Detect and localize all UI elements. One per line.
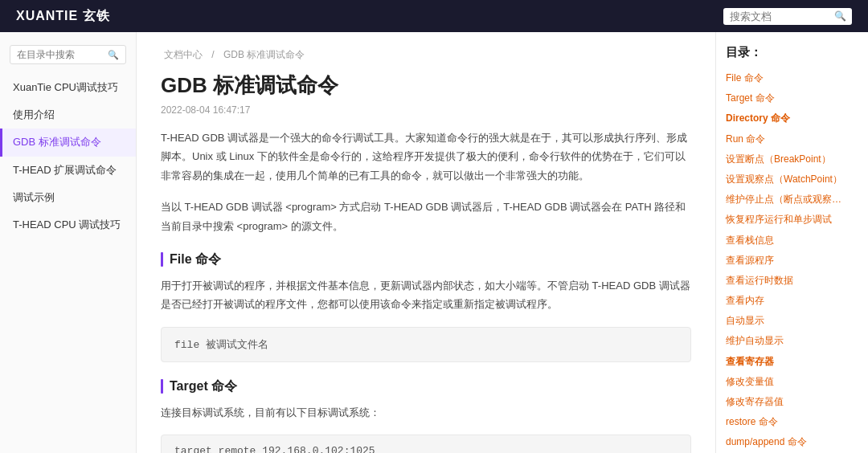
sidebar: 🔍 XuanTie CPU调试技巧 使用介绍 GDB 标准调试命令 T-HEAD… [0,32,137,453]
page-title: GDB 标准调试命令 [161,71,691,100]
toc-item-15[interactable]: 修改变量值 [726,372,850,392]
header-search-icon: 🔍 [834,10,846,22]
toc-item-16[interactable]: 修改寄存器值 [726,392,850,412]
intro-paragraph: T-HEAD GDB 调试器是一个强大的命令行调试工具。大家知道命令行的强大就是… [161,129,691,185]
breadcrumb-part-1: 文档中心 [164,49,203,60]
toc-item-8[interactable]: 查看栈信息 [726,231,850,251]
breadcrumb: 文档中心 / GDB 标准调试命令 [161,48,691,62]
sidebar-item-thead-cpu[interactable]: T-HEAD CPU 调试技巧 [0,211,136,239]
sidebar-item-debug-examples[interactable]: 调试示例 [0,184,136,211]
sidebar-item-xuantie-cpu[interactable]: XuanTie CPU调试技巧 [0,74,136,101]
toc-sidebar: 目录： File 命令 Target 命令 Directory 命令 Run 命… [715,32,860,453]
code-block-1: file 被调试文件名 [161,327,691,362]
sidebar-item-usage[interactable]: 使用介绍 [0,101,136,129]
page-date: 2022-08-04 16:47:17 [161,104,691,116]
toc-item-10[interactable]: 查看运行时数据 [726,271,850,291]
toc-item-7[interactable]: 恢复程序运行和单步调试 [726,210,850,230]
sidebar-item-thead-ext[interactable]: T-HEAD 扩展调试命令 [0,157,136,184]
toc-item-3[interactable]: Run 命令 [726,129,850,149]
header-search-input[interactable] [730,10,834,22]
code-block-2: target remote 192.168.0.102:1025 [161,435,691,453]
section2-heading: Target 命令 [161,378,691,395]
sidebar-search-box[interactable]: 🔍 [10,45,126,64]
toc-item-5[interactable]: 设置观察点（WatchPoint） [726,169,850,190]
header-search-box[interactable]: 🔍 [723,8,852,25]
section1-heading: File 命令 [161,251,691,268]
logo: XUANTIE 玄铁 [16,8,110,25]
toc-item-9[interactable]: 查看源程序 [726,251,850,271]
toc-item-2[interactable]: Directory 命令 [726,108,850,129]
intro-paragraph-2: 当以 T-HEAD GDB 调试器 <program> 方式启动 T-HEAD … [161,198,691,235]
toc-item-14[interactable]: 查看寄存器 [726,352,850,372]
toc-item-0[interactable]: File 命令 [726,68,850,88]
toc-item-6[interactable]: 维护停止点（断点或观察… [726,190,850,210]
section2-text: 连接目标调试系统，目前有以下目标调试系统： [161,403,691,422]
sidebar-item-gdb-standard[interactable]: GDB 标准调试命令 [0,129,136,156]
main-content: 文档中心 / GDB 标准调试命令 GDB 标准调试命令 2022-08-04 … [137,32,715,453]
sidebar-search-input[interactable] [17,49,108,60]
breadcrumb-sep-1: / [211,49,214,60]
toc-item-13[interactable]: 维护自动显示 [726,331,850,351]
toc-item-1[interactable]: Target 命令 [726,88,850,108]
header: XUANTIE 玄铁 🔍 [0,0,868,32]
sidebar-search-icon: 🔍 [108,50,119,60]
toc-title: 目录： [726,45,850,60]
breadcrumb-part-2: GDB 标准调试命令 [223,49,305,60]
toc-item-18[interactable]: dump/append 命令 [726,432,850,452]
toc-item-12[interactable]: 自动显示 [726,311,850,331]
toc-item-17[interactable]: restore 命令 [726,412,850,432]
section1-text: 用于打开被调试的程序，并根据文件基本信息，更新调试器内部状态，如大小端等。不管启… [161,276,691,314]
toc-item-4[interactable]: 设置断点（BreakPoint） [726,149,850,169]
layout: 🔍 XuanTie CPU调试技巧 使用介绍 GDB 标准调试命令 T-HEAD… [0,32,868,453]
toc-item-11[interactable]: 查看内存 [726,291,850,311]
